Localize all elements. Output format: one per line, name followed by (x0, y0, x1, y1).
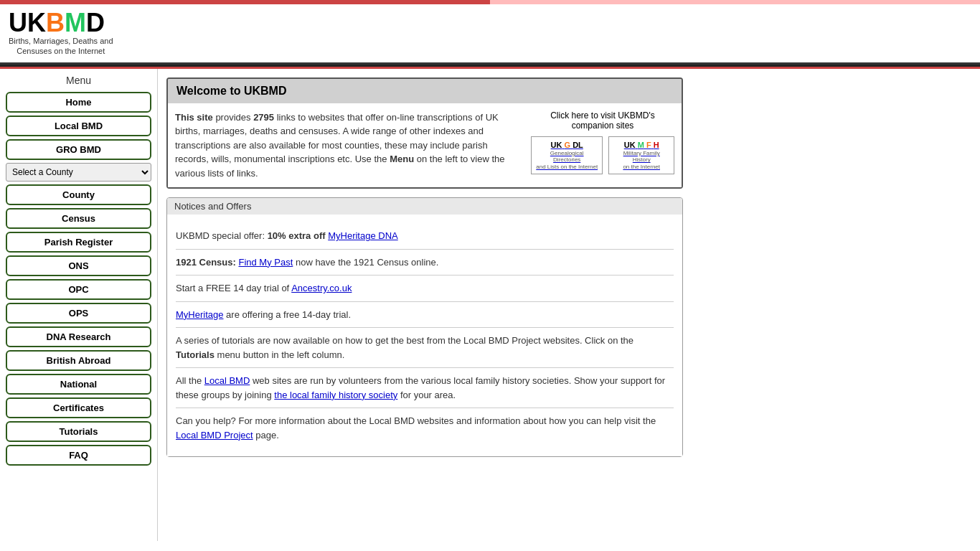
nav-ons[interactable]: ONS (6, 255, 151, 276)
nav-ops[interactable]: OPS (6, 303, 151, 324)
local-bmd-link[interactable]: Local BMD (204, 375, 250, 386)
ukmfh-link[interactable]: UK M F H Military Family Historyon the I… (608, 136, 674, 174)
logo-uk: UK (9, 8, 46, 37)
nav-faq[interactable]: FAQ (6, 445, 151, 466)
county-select[interactable]: Select a County Bedfordshire Berkshire B… (6, 163, 151, 182)
nav-census[interactable]: Census (6, 208, 151, 229)
logo-d: D (86, 8, 105, 37)
menu-label: Menu (6, 75, 151, 86)
menu-bold: Menu (390, 154, 414, 164)
nav-certificates[interactable]: Certificates (6, 397, 151, 418)
site-logo: UKBMD (9, 10, 113, 36)
notice-myheritage-trial: MyHeritage are offering a free 14-day tr… (176, 302, 674, 329)
nav-british-abroad[interactable]: British Abroad (6, 350, 151, 371)
find-my-past-link[interactable]: Find My Past (238, 257, 293, 268)
nav-tutorials[interactable]: Tutorials (6, 421, 151, 442)
nav-home[interactable]: Home (6, 92, 151, 113)
nav-local-bmd[interactable]: Local BMD (6, 116, 151, 136)
companion-sites: Click here to visit UKBMD's companion si… (531, 110, 674, 181)
notice-myheritage-dna: UKBMD special offer: 10% extra off MyHer… (176, 223, 674, 250)
local-family-history-link[interactable]: the local family history society (274, 390, 397, 400)
logo-b: B (46, 8, 65, 37)
notice-local-bmd-volunteers: All the Local BMD web sites are run by v… (176, 368, 674, 408)
notice-tutorials: A series of tutorials are now available … (176, 328, 674, 368)
county-button[interactable]: County (6, 184, 151, 205)
nav-dna-research[interactable]: DNA Research (6, 326, 151, 347)
notice-ancestry: Start a FREE 14 day trial of Ancestry.co… (176, 276, 674, 302)
nav-gro-bmd[interactable]: GRO BMD (6, 139, 151, 160)
welcome-text: This site provides 2795 links to website… (175, 110, 519, 181)
this-site-bold: This site (175, 112, 213, 123)
local-bmd-project-link[interactable]: Local BMD Project (176, 430, 253, 441)
nav-opc[interactable]: OPC (6, 279, 151, 300)
companion-label: Click here to visit UKBMD's companion si… (531, 110, 674, 131)
welcome-heading: Welcome to UKBMD (168, 79, 682, 103)
myheritage-dna-link[interactable]: MyHeritage DNA (328, 230, 398, 241)
ancestry-link[interactable]: Ancestry.co.uk (291, 283, 352, 293)
myheritage-link[interactable]: MyHeritage (176, 309, 223, 320)
nav-national[interactable]: National (6, 374, 151, 395)
logo-subtitle: Births, Marriages, Deaths and Censuses o… (9, 36, 113, 57)
link-count: 2795 (253, 112, 274, 123)
ukgdl-link[interactable]: UK G DL Genealogical Directoriesand List… (531, 136, 603, 174)
nav-parish-register[interactable]: Parish Register (6, 232, 151, 253)
notice-1921-census: 1921 Census: Find My Past now have the 1… (176, 250, 674, 276)
notices-heading: Notices and Offers (167, 198, 682, 215)
logo-m: M (65, 8, 86, 37)
notice-can-you-help: Can you help? For more information about… (176, 408, 674, 448)
